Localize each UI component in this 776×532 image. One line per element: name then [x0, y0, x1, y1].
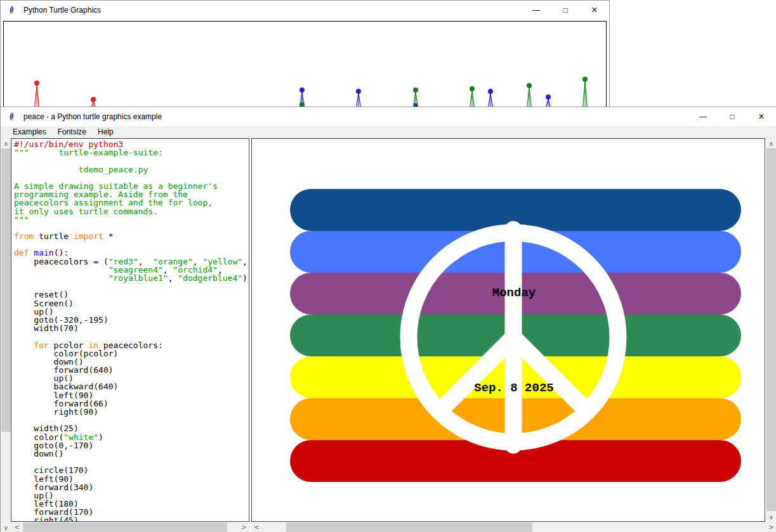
canvas-label: Monday	[492, 286, 536, 300]
turtle-tree	[34, 81, 39, 108]
turtle-tree	[356, 89, 361, 108]
menu-fontsize[interactable]: Fontsize	[52, 126, 92, 138]
turtle-tree	[546, 94, 551, 108]
scroll-left-icon[interactable]: <	[251, 522, 262, 532]
peace-example-window: peace - a Python turtle graphics example…	[0, 107, 776, 532]
tk-feather-icon	[7, 112, 17, 122]
peace-drawing-canvas: MondaySep. 8 2025	[251, 138, 765, 522]
tk-feather-icon	[7, 5, 17, 15]
menu-examples[interactable]: Examples	[7, 126, 52, 138]
turtle-tree	[299, 88, 305, 108]
scroll-up-icon[interactable]: ∧	[1, 138, 11, 148]
canvas-label: Sep. 8 2025	[474, 381, 553, 395]
code-hscroll-thumb[interactable]	[23, 522, 227, 532]
turtle-tree	[413, 88, 418, 108]
code-vscroll-thumb[interactable]	[1, 148, 11, 432]
scroll-up-icon[interactable]: ∧	[766, 138, 776, 148]
turtle-tree	[582, 77, 588, 108]
scroll-down-icon[interactable]: ∨	[1, 522, 11, 532]
bg-maximize-button[interactable]: □	[551, 1, 580, 20]
code-vertical-scrollbar[interactable]: ∧ ∨	[1, 138, 11, 532]
menubar: Examples Fontsize Help	[1, 126, 776, 138]
canvas-vscroll-thumb[interactable]	[766, 148, 776, 511]
bg-minimize-button[interactable]: —	[522, 1, 551, 20]
turtle-trees-svg	[4, 22, 606, 108]
code-text[interactable]: #!/usr/bin/env python3""" turtle-example…	[11, 138, 249, 522]
bg-titlebar[interactable]: Python Turtle Graphics — □ ×	[1, 1, 609, 20]
fg-minimize-button[interactable]: —	[688, 107, 718, 126]
scroll-left-icon[interactable]: <	[11, 522, 22, 532]
fg-window-title: peace - a Python turtle graphics example	[23, 112, 162, 121]
turtle-tree	[488, 89, 493, 108]
peace-canvas-svg: MondaySep. 8 2025	[252, 139, 765, 521]
fg-titlebar[interactable]: peace - a Python turtle graphics example…	[1, 107, 776, 126]
canvas-horizontal-scrollbar[interactable]: < >	[251, 522, 776, 532]
turtle-tree	[470, 86, 475, 108]
bg-window-title: Python Turtle Graphics	[23, 6, 101, 15]
menu-help[interactable]: Help	[92, 126, 119, 138]
turtle-tree	[527, 83, 532, 108]
code-horizontal-scrollbar[interactable]: < >	[11, 522, 249, 532]
fg-close-button[interactable]: ×	[747, 107, 776, 126]
bg-close-button[interactable]: ×	[580, 1, 609, 20]
fg-maximize-button[interactable]: □	[718, 107, 747, 126]
canvas-hscroll-thumb[interactable]	[286, 522, 532, 532]
canvas-vertical-scrollbar[interactable]: ∧ ∨	[766, 138, 776, 522]
scroll-right-icon[interactable]: >	[766, 522, 776, 532]
scroll-down-icon[interactable]: ∨	[766, 512, 776, 522]
scroll-right-icon[interactable]: >	[239, 522, 249, 532]
